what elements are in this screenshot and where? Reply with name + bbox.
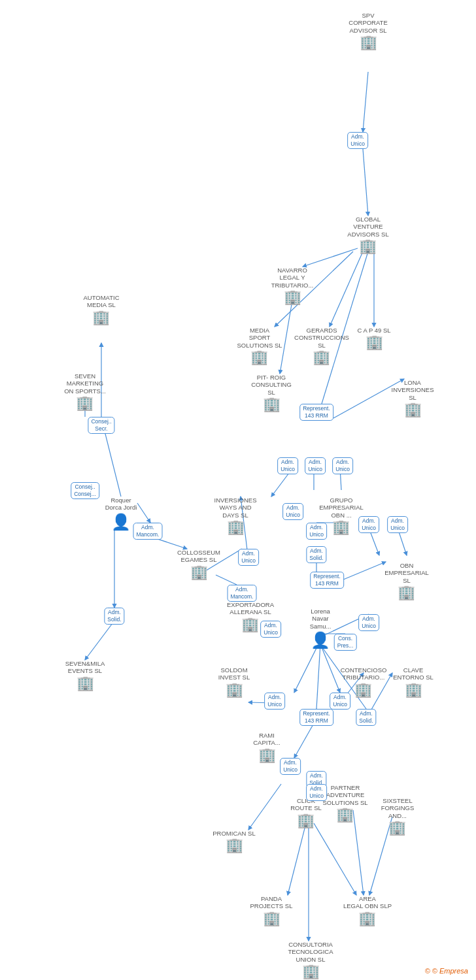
b_represent_143_3[interactable]: Represent. 143 RRM [299,709,333,726]
svg-line-0 [363,72,368,132]
b_adm_unico_gva[interactable]: Adm. Unico [277,457,298,474]
building-icon-seven_mila: 🏢 [76,676,94,691]
b_represent_143_1[interactable]: Represent. 143 RRM [299,404,333,421]
node-label-automatic_media: AUTOMATIC MEDIA SL [83,294,119,309]
building-icon-gerards: 🏢 [313,350,330,365]
node-obn_empresarial: OBN EMPRESARIAL SL🏢 [384,562,429,600]
building-icon-grupo_empresarial: 🏢 [332,520,350,534]
building-icon-click_route: 🏢 [297,813,314,828]
node-lona_inversiones: LONA INVERSIONES SL🏢 [392,379,434,417]
node-sixsteel: SIXSTEEL FORGINGS AND...🏢 [381,797,415,835]
b_adm_unico_spv[interactable]: Adm. Unico [347,132,368,149]
person-icon-lorena_navar: 👤 [311,631,330,649]
node-label-partner_adventure: PARTNER ADVENTURE SOLUTIONS SL [322,784,367,806]
node-area_legal: AREA LEGAL OBN SLP🏢 [343,895,392,926]
b_adm_unico_ram2[interactable]: Adm. Unico [306,784,327,801]
node-label-pit_roig: PIT- ROIG CONSULTING SL [251,374,292,396]
b_adm_unico_cont[interactable]: Adm. Unico [330,693,350,710]
node-label-clave_entorno: CLAVE ENTORNO SL [393,666,434,681]
building-icon-global_venture: 🏢 [359,239,377,253]
node-label-consultoria_tecnologica: CONSULTORIA TECNOLOGICA UNION SL [288,941,333,963]
b_adm_solid_g[interactable]: Adm. Solid. [306,546,326,563]
b_adm_mancom1[interactable]: Adm. Mancom. [133,523,163,540]
building-icon-spv: 🏢 [360,35,377,50]
watermark: © © Empresa [425,967,468,975]
node-label-seven_mila: SEVEN&MILA EVENTS SL [65,660,105,675]
node-label-soldom_invest: SOLDOM INVEST SL [218,666,250,681]
b_adm_unico_inv[interactable]: Adm. Unico [282,503,303,520]
node-gerards: GERARDS CONSTRUCCIONS SL🏢 [294,327,349,365]
b_adm_unico_obn1[interactable]: Adm. Unico [358,516,379,533]
b_consej_secr[interactable]: Consej.. Secr. [88,417,114,434]
node-media_sport: MEDIA SPORT SOLUTIONS SL🏢 [237,327,282,365]
node-label-obn_empresarial: OBN EMPRESARIAL SL [384,562,429,584]
building-icon-partner_adventure: 🏢 [336,808,354,822]
building-icon-seven_marketing: 🏢 [76,396,94,410]
b_adm_unico_sol1[interactable]: Adm. Unico [264,693,285,710]
node-label-gerards: GERARDS CONSTRUCCIONS SL [294,327,349,349]
b_adm_unico_g2[interactable]: Adm. Unico [306,523,327,540]
node-label-media_sport: MEDIA SPORT SOLUTIONS SL [237,327,282,349]
svg-line-1 [363,149,368,216]
building-icon-media_sport: 🏢 [250,350,268,365]
svg-line-4 [330,252,363,327]
b_adm_solid_cont[interactable]: Adm. Solid. [356,709,376,726]
person-icon-roquer_dorca: 👤 [111,513,131,531]
building-icon-contencioso: 🏢 [354,683,372,697]
svg-line-15 [137,503,150,523]
b_adm_unico2[interactable]: Adm. Unico [305,457,326,474]
svg-line-31 [316,644,320,709]
node-label-lona_inversiones: LONA INVERSIONES SL [392,379,434,401]
node-soldom_invest: SOLDOM INVEST SL🏢 [218,666,250,697]
b_adm_unico_lor[interactable]: Adm. Unico [358,614,379,631]
building-icon-area_legal: 🏢 [358,911,376,926]
building-icon-promican: 🏢 [226,838,243,853]
node-lorena_navar: Lorena Navar Samu...👤 [310,608,332,649]
node-label-grupo_empresarial: GRUPO EMPRESARIAL OBN ... [319,497,364,519]
node-pit_roig: PIT- ROIG CONSULTING SL🏢 [251,374,292,412]
b_adm_unico3[interactable]: Adm. Unico [332,457,353,474]
svg-line-18 [85,621,114,660]
building-icon-obn_empresarial: 🏢 [398,585,415,600]
node-label-roquer_dorca: Roquer Dorca Jordi [105,497,137,512]
b_adm_unico_col[interactable]: Adm. Unico [238,549,259,566]
svg-line-41 [288,823,306,895]
svg-line-42 [314,823,356,895]
node-label-panda_projects: PANDA PROJECTS SL [250,895,293,910]
b_adm_solid1[interactable]: Adm. Solid. [104,608,124,625]
watermark-text: © Empresa [432,967,468,975]
building-icon-rami_capita: 🏢 [258,748,276,762]
b_adm_unico_m[interactable]: Adm. Unico [387,516,408,533]
node-label-rami_capita: RAMI CAPITA... [253,732,280,747]
building-icon-lona_inversiones: 🏢 [404,402,422,417]
node-seven_marketing: SEVEN MARKETING ON SPORTS...🏢 [64,372,106,410]
node-label-spv: SPV CORPORATE ADVISOR SL [348,12,387,34]
b_adm_unico_exp[interactable]: Adm. Unico [260,621,281,638]
node-cap49: C A P 49 SL🏢 [357,327,390,350]
node-label-contencioso: CONTENCIOSO TRIBUTARIO... [341,666,387,681]
building-icon-inversiones_ways: 🏢 [227,520,245,534]
node-roquer_dorca: Roquer Dorca Jordi👤 [105,497,137,531]
building-icon-panda_projects: 🏢 [263,911,280,926]
node-promican: PROMICAN SL🏢 [212,830,255,853]
b_consej_consej1[interactable]: Consej.. Consej... [71,482,99,499]
graph-container: SPV CORPORATE ADVISOR SL🏢GLOBAL VENTURE … [0,0,476,980]
svg-line-25 [339,562,386,581]
node-label-inversiones_ways: INVERSIONES WAYS AND DAYS SL [214,497,257,519]
node-rami_capita: RAMI CAPITA...🏢 [253,732,280,762]
building-icon-collosseum: 🏢 [190,565,208,580]
building-icon-pit_roig: 🏢 [263,397,280,412]
node-spv: SPV CORPORATE ADVISOR SL🏢 [348,12,387,50]
svg-line-46 [248,784,281,830]
node-label-collosseum: COLLOSSEUM EGAMES SL [177,549,220,564]
svg-line-44 [353,810,364,895]
building-icon-soldom_invest: 🏢 [226,683,243,697]
b_adm_mancom2[interactable]: Adm. Mancom. [228,585,257,602]
building-icon-clave_entorno: 🏢 [405,683,422,697]
node-label-cap49: C A P 49 SL [357,327,390,334]
b_represent_143_2[interactable]: Represent. 143 RRM [310,572,344,589]
node-automatic_media: AUTOMATIC MEDIA SL🏢 [83,294,119,325]
b_cons_pres[interactable]: Cons. Pres... [334,634,357,651]
node-label-exportadora_allerana: EXPORTADORA ALLERANA SL [227,601,274,616]
b_adm_unico_ram1[interactable]: Adm. Unico [280,758,301,775]
